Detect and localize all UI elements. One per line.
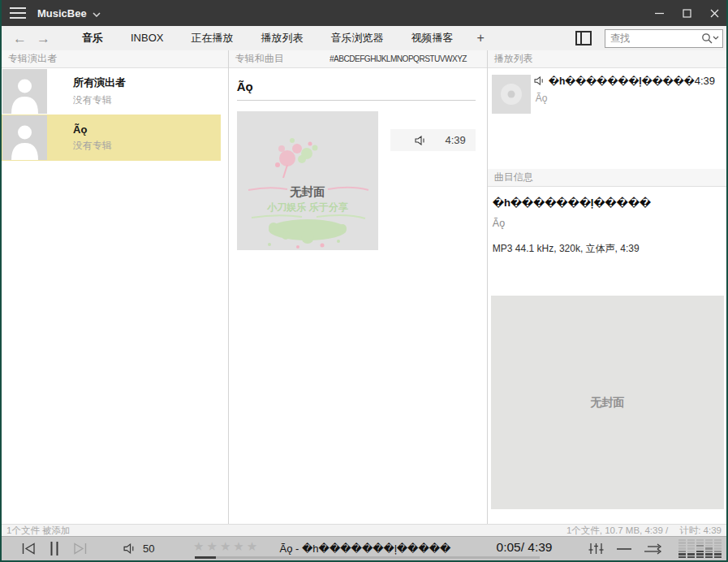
artist-subtitle: 没有专辑 xyxy=(73,139,112,153)
person-avatar-icon xyxy=(2,115,47,160)
pause-button[interactable] xyxy=(50,542,59,556)
track-info-title: �h�������ļ����� xyxy=(493,197,726,209)
play-order-icon[interactable] xyxy=(644,543,662,555)
equalizer-icon[interactable] xyxy=(588,543,604,555)
tab-music-explorer[interactable]: 音乐浏览器 xyxy=(317,26,397,50)
artist-name: Ãǫ xyxy=(73,123,112,136)
status-left-text: 1个文件 被添加 xyxy=(6,525,71,537)
speaker-icon xyxy=(534,76,545,85)
volume-icon[interactable] xyxy=(123,543,136,554)
artist-heading: Ãǫ xyxy=(237,80,476,101)
track-duration: 4:39 xyxy=(446,134,466,146)
artist-subtitle: 没有专辑 xyxy=(73,93,126,107)
artist-list-item-all[interactable]: 所有演出者 没有专辑 xyxy=(2,68,221,115)
artist-name: 所有演出者 xyxy=(73,76,126,90)
player-bar: 50 ★★★★★ Ãǫ - �h�������ļ����� 0:05/ 4:39 xyxy=(2,536,726,560)
hamburger-menu-icon[interactable] xyxy=(10,7,26,19)
track-list: 4:39 xyxy=(390,129,476,250)
right-sidebar: 播放列表 �h�������ļ����� 4:39 Ãǫ 曲目信息 xyxy=(488,50,726,524)
album-tracks-panel-header: 专辑和曲目 xyxy=(235,52,284,66)
album-art-placeholder[interactable]: 无封面 小刀娱乐 乐于分享 xyxy=(237,111,378,250)
title-bar: MusicBee xyxy=(0,0,728,26)
tab-video-podcast[interactable]: 视频播客 xyxy=(397,26,467,50)
playlist-track-title: �h�������ļ����� xyxy=(549,76,695,87)
now-playing-text: Ãǫ - �h�������ļ����� xyxy=(252,543,479,555)
back-button[interactable]: ← xyxy=(8,32,32,45)
tab-list: 音乐 INBOX 正在播放 播放列表 音乐浏览器 视频播客 xyxy=(68,26,467,50)
forward-button[interactable]: → xyxy=(32,32,55,45)
progress-fill xyxy=(195,556,216,559)
search-chevron-icon xyxy=(713,36,719,41)
time-display[interactable]: 0:05/ 4:39 xyxy=(487,540,562,555)
tab-playlists[interactable]: 播放列表 xyxy=(247,26,317,50)
maximize-button[interactable] xyxy=(673,0,700,26)
status-bar: 1个文件 被添加 1个文件, 10.7 MB, 4:39 / 计时: 4:39 xyxy=(2,524,726,536)
status-files-text: 1个文件, 10.7 MB, 4:39 / xyxy=(566,525,668,537)
musicbee-window: MusicBee ← → 音乐 INBOX 正在播放 播放列表 音乐浏览器 视频… xyxy=(0,0,728,562)
volume-level: 50 xyxy=(143,543,154,555)
star-rating[interactable]: ★★★★★ xyxy=(193,539,260,554)
no-cover-label: 无封面 xyxy=(590,396,624,410)
paint-splatter-graphic xyxy=(248,138,368,190)
previous-button[interactable] xyxy=(21,543,36,555)
paint-blob-graphic xyxy=(252,215,365,249)
tab-now-playing[interactable]: 正在播放 xyxy=(177,26,247,50)
search-input[interactable] xyxy=(605,32,701,44)
close-button[interactable] xyxy=(700,0,728,26)
album-tracks-panel: 专辑和曲目 #ABCDEFGHIJKLMNOPQRSTUVWXYZ Ãǫ xyxy=(229,50,488,524)
add-tab-button[interactable]: + xyxy=(467,31,493,45)
track-info-content: �h�������ļ����� Ãǫ MP3 44.1 kHz, 320k, 立… xyxy=(488,187,726,296)
watermark-caption-text: 小刀娱乐 乐于分享 xyxy=(266,201,348,213)
window-controls xyxy=(645,0,728,26)
alphabet-index[interactable]: #ABCDEFGHIJKLMNOPQRSTUVWXYZ xyxy=(330,54,467,63)
volume-analyzer-toggle-icon[interactable] xyxy=(617,547,631,551)
cover-placeholder: 无封面 xyxy=(491,296,724,509)
track-info-panel-header: 曲目信息 xyxy=(488,169,726,187)
speaker-icon xyxy=(415,136,426,145)
playlist-track-artist: Ãǫ xyxy=(536,93,726,104)
playlist-track-duration: 4:39 xyxy=(695,75,715,87)
spectrum-visualizer[interactable] xyxy=(678,539,722,559)
chevron-down-icon[interactable] xyxy=(93,12,101,17)
track-row[interactable]: 4:39 xyxy=(390,129,476,151)
progress-bar[interactable] xyxy=(195,556,540,559)
tab-inbox[interactable]: INBOX xyxy=(117,26,177,50)
cd-icon xyxy=(492,75,531,114)
search-box xyxy=(605,29,723,48)
album-artist-panel-header: 专辑演出者 xyxy=(2,50,228,68)
playlist-item[interactable]: �h�������ļ����� 4:39 Ãǫ xyxy=(488,68,726,119)
artist-list-item-selected[interactable]: Ãǫ 没有专辑 xyxy=(2,115,221,161)
album-artist-panel: 专辑演出者 所有演出者 没有专辑 Ãǫ 没有专辑 xyxy=(2,50,229,524)
tab-bar: ← → 音乐 INBOX 正在播放 播放列表 音乐浏览器 视频播客 + xyxy=(2,26,726,50)
app-title[interactable]: MusicBee xyxy=(37,7,87,19)
main-area: 专辑演出者 所有演出者 没有专辑 Ãǫ 没有专辑 专辑和曲目 #ABCDEFG xyxy=(2,50,726,524)
track-info-artist: Ãǫ xyxy=(493,218,726,229)
no-cover-watermark-text: 无封面 xyxy=(289,185,325,198)
search-icon[interactable] xyxy=(701,32,722,44)
track-info-format: MP3 44.1 kHz, 320k, 立体声, 4:39 xyxy=(493,242,726,256)
minimize-button[interactable] xyxy=(645,0,673,26)
tab-music[interactable]: 音乐 xyxy=(68,26,117,50)
next-button[interactable] xyxy=(73,543,88,555)
status-timer-text: 计时: 4:39 xyxy=(679,525,722,537)
person-avatar-icon xyxy=(2,69,47,114)
playlist-panel-header: 播放列表 xyxy=(488,50,726,68)
playlist-empty-space xyxy=(488,119,726,169)
panel-layout-icon[interactable] xyxy=(575,31,592,45)
